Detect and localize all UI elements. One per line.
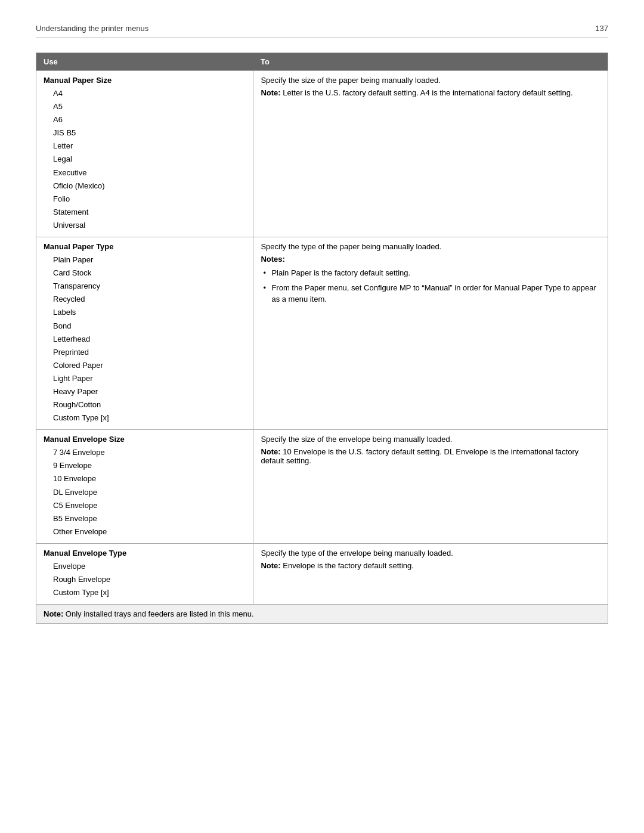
list-item: Plain Paper is the factory default setti… — [261, 267, 600, 279]
to-text: Specify the type of the paper being manu… — [261, 242, 600, 251]
col-to: To — [253, 53, 608, 71]
list-item: Letter — [44, 140, 246, 153]
list-item: Colored Paper — [44, 359, 246, 372]
list-item: Preprinted — [44, 346, 246, 359]
list-item: 7 3/4 Envelope — [44, 446, 246, 459]
to-text: Specify the type of the envelope being m… — [261, 549, 600, 558]
to-note: Note: Letter is the U.S. factory default… — [261, 88, 600, 97]
use-cell-manual-envelope-size: Manual Envelope Size7 3/4 Envelope9 Enve… — [36, 430, 253, 544]
to-text: Specify the size of the envelope being m… — [261, 435, 600, 444]
row-title-manual-paper-size: Manual Paper Size — [44, 76, 246, 85]
main-table: Use To Manual Paper SizeA4A5A6JIS B5Lett… — [36, 52, 608, 624]
table-row: Manual Paper SizeA4A5A6JIS B5LetterLegal… — [36, 71, 608, 237]
list-item: Letterhead — [44, 333, 246, 346]
list-item: Card Stock — [44, 267, 246, 280]
list-item: DL Envelope — [44, 486, 246, 499]
row-title-manual-envelope-size: Manual Envelope Size — [44, 435, 246, 444]
page-number: 137 — [595, 24, 608, 33]
list-item: Oficio (Mexico) — [44, 179, 246, 193]
list-item: Bond — [44, 320, 246, 333]
row-title-manual-paper-type: Manual Paper Type — [44, 242, 246, 251]
list-item: Rough Envelope — [44, 573, 246, 586]
list-item: Heavy Paper — [44, 385, 246, 398]
table-row: Manual Envelope Size7 3/4 Envelope9 Enve… — [36, 430, 608, 544]
to-cell-manual-envelope-size: Specify the size of the envelope being m… — [253, 430, 608, 544]
list-item: Universal — [44, 219, 246, 232]
notes-label: Notes: — [261, 255, 600, 264]
list-item: Statement — [44, 206, 246, 219]
page-header-title: Understanding the printer menus — [36, 24, 148, 33]
list-item: A6 — [44, 113, 246, 126]
table-row: Manual Envelope TypeEnvelopeRough Envelo… — [36, 543, 608, 604]
use-cell-manual-envelope-type: Manual Envelope TypeEnvelopeRough Envelo… — [36, 543, 253, 604]
to-text: Specify the size of the paper being manu… — [261, 76, 600, 85]
list-item: Rough/Cotton — [44, 398, 246, 411]
list-item: 9 Envelope — [44, 459, 246, 472]
list-item: 10 Envelope — [44, 472, 246, 485]
list-item: Transparency — [44, 280, 246, 293]
list-item: Folio — [44, 193, 246, 206]
list-item: A5 — [44, 100, 246, 113]
to-note: Note: Envelope is the factory default se… — [261, 561, 600, 570]
to-cell-manual-paper-type: Specify the type of the paper being manu… — [253, 237, 608, 430]
page-bottom — [36, 624, 608, 743]
list-item: Recycled — [44, 293, 246, 306]
list-item: Envelope — [44, 560, 246, 573]
table-row: Manual Paper TypePlain PaperCard StockTr… — [36, 237, 608, 430]
to-cell-manual-envelope-type: Specify the type of the envelope being m… — [253, 543, 608, 604]
page-header: Understanding the printer menus 137 — [36, 24, 608, 38]
list-item: A4 — [44, 87, 246, 100]
list-item: C5 Envelope — [44, 499, 246, 512]
list-item: From the Paper menu, set Configure MP to… — [261, 282, 600, 305]
to-cell-manual-paper-size: Specify the size of the paper being manu… — [253, 71, 608, 237]
list-item: Custom Type [x] — [44, 411, 246, 425]
row-title-manual-envelope-type: Manual Envelope Type — [44, 549, 246, 558]
list-item: Executive — [44, 166, 246, 179]
page: Understanding the printer menus 137 Use … — [0, 0, 644, 767]
to-note: Note: 10 Envelope is the U.S. factory de… — [261, 447, 600, 465]
list-item: Plain Paper — [44, 253, 246, 267]
list-item: Legal — [44, 153, 246, 166]
footer-row: Note: Only installed trays and feeders a… — [36, 605, 608, 624]
list-item: Labels — [44, 306, 246, 319]
list-item: Light Paper — [44, 372, 246, 385]
list-item: B5 Envelope — [44, 512, 246, 525]
col-use: Use — [36, 53, 253, 71]
use-cell-manual-paper-type: Manual Paper TypePlain PaperCard StockTr… — [36, 237, 253, 430]
list-item: Custom Type [x] — [44, 586, 246, 599]
use-cell-manual-paper-size: Manual Paper SizeA4A5A6JIS B5LetterLegal… — [36, 71, 253, 237]
list-item: Other Envelope — [44, 525, 246, 538]
bullet-list: Plain Paper is the factory default setti… — [261, 267, 600, 305]
list-item: JIS B5 — [44, 126, 246, 140]
footer-note: Note: Only installed trays and feeders a… — [36, 605, 608, 624]
